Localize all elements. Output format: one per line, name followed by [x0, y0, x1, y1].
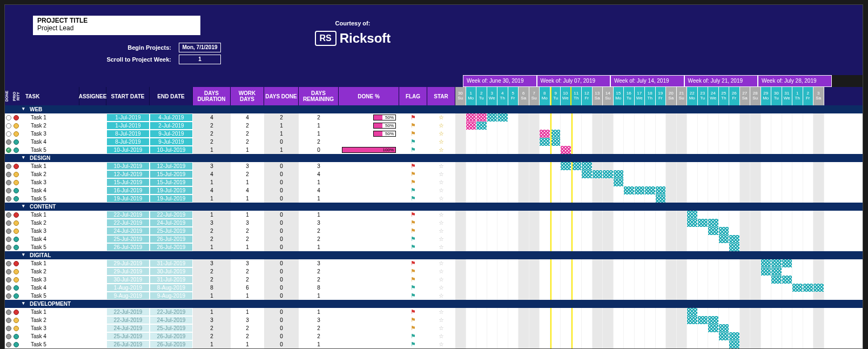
section-header[interactable]: DEVELOPMENT [5, 300, 863, 308]
task-name[interactable]: Task 5 [20, 292, 79, 300]
priority-indicator[interactable] [12, 227, 20, 235]
priority-indicator[interactable] [12, 178, 20, 186]
flag-cell[interactable]: ⚑ [399, 340, 427, 348]
end-date[interactable]: 26-Jul-2019 [150, 243, 193, 251]
priority-indicator[interactable] [12, 308, 20, 316]
priority-indicator[interactable] [12, 186, 20, 194]
done-pct-cell[interactable] [339, 284, 399, 292]
star-cell[interactable]: ☆ [427, 113, 455, 122]
flag-cell[interactable]: ⚑ [399, 284, 427, 292]
task-name[interactable]: Task 1 [20, 308, 79, 316]
done-indicator[interactable] [5, 227, 12, 235]
task-name[interactable]: Task 5 [20, 340, 79, 348]
end-date[interactable]: 9-Aug-2019 [150, 292, 193, 300]
start-date[interactable]: 8-Jul-2019 [106, 130, 150, 138]
task-row[interactable]: Task 122-Jul-201922-Jul-20191101⚑☆ [5, 308, 863, 316]
task-row[interactable]: Task 38-Jul-20199-Jul-2019221150%⚑☆ [5, 130, 863, 138]
flag-cell[interactable]: ⚑ [399, 267, 427, 276]
task-row[interactable]: Task 41-Aug-20198-Aug-20198608⚑☆ [5, 284, 863, 292]
priority-indicator[interactable] [12, 292, 20, 300]
done-indicator[interactable] [5, 122, 12, 130]
task-row[interactable]: Task 526-Jul-201926-Jul-20191101⚑☆ [5, 243, 863, 251]
flag-cell[interactable]: ⚑ [399, 219, 427, 227]
done-pct-cell[interactable] [339, 211, 399, 219]
assignee-cell[interactable] [79, 170, 106, 178]
start-date[interactable]: 12-Jul-2019 [106, 170, 150, 178]
task-row[interactable]: Task 229-Jul-201930-Jul-20192202⚑☆ [5, 267, 863, 276]
start-date[interactable]: 10-Jul-2019 [106, 146, 150, 154]
priority-indicator[interactable] [12, 235, 20, 243]
done-indicator[interactable] [5, 276, 12, 284]
start-date[interactable]: 1-Aug-2019 [106, 284, 150, 292]
task-row[interactable]: Task 510-Jul-201910-Jul-20191110100%⚑☆ [5, 146, 863, 154]
star-cell[interactable]: ☆ [427, 259, 455, 267]
done-pct-cell[interactable] [339, 186, 399, 194]
done-pct-cell[interactable] [339, 219, 399, 227]
task-row[interactable]: Task 11-Jul-20194-Jul-2019442250%⚑☆ [5, 113, 863, 122]
assignee-cell[interactable] [79, 267, 106, 276]
priority-indicator[interactable] [12, 276, 20, 284]
done-indicator[interactable] [5, 332, 12, 340]
end-date[interactable]: 24-Jul-2019 [150, 219, 193, 227]
start-date[interactable]: 16-Jul-2019 [106, 186, 150, 194]
end-date[interactable]: 8-Aug-2019 [150, 284, 193, 292]
assignee-cell[interactable] [79, 162, 106, 170]
flag-cell[interactable]: ⚑ [399, 324, 427, 332]
col-priority[interactable]: PRIO RITY [12, 87, 20, 105]
done-pct-cell[interactable] [339, 340, 399, 348]
done-pct-cell[interactable] [339, 308, 399, 316]
end-date[interactable]: 24-Jul-2019 [150, 316, 193, 324]
task-row[interactable]: Task 330-Jul-201931-Jul-20192202⚑☆ [5, 276, 863, 284]
section-header[interactable]: DESIGN [5, 154, 863, 162]
assignee-cell[interactable] [79, 211, 106, 219]
star-cell[interactable]: ☆ [427, 138, 455, 146]
task-name[interactable]: Task 3 [20, 324, 79, 332]
star-cell[interactable]: ☆ [427, 324, 455, 332]
col-assignee[interactable]: ASSIGNEE [79, 87, 106, 105]
project-title-box[interactable]: PROJECT TITLE Project Lead [33, 16, 200, 35]
done-indicator[interactable] [5, 235, 12, 243]
priority-indicator[interactable] [12, 130, 20, 138]
flag-cell[interactable]: ⚑ [399, 130, 427, 138]
task-row[interactable]: Task 425-Jul-201926-Jul-20192202⚑☆ [5, 332, 863, 340]
start-date[interactable]: 29-Jul-2019 [106, 267, 150, 276]
end-date[interactable]: 9-Jul-2019 [150, 130, 193, 138]
star-cell[interactable]: ☆ [427, 211, 455, 219]
end-date[interactable]: 26-Jul-2019 [150, 235, 193, 243]
end-date[interactable]: 4-Jul-2019 [150, 113, 193, 122]
done-pct-cell[interactable] [339, 235, 399, 243]
task-name[interactable]: Task 2 [20, 267, 79, 276]
flag-cell[interactable]: ⚑ [399, 186, 427, 194]
flag-cell[interactable]: ⚑ [399, 138, 427, 146]
task-row[interactable]: Task 122-Jul-201922-Jul-20191101⚑☆ [5, 211, 863, 219]
start-date[interactable]: 10-Jul-2019 [106, 162, 150, 170]
done-pct-cell[interactable]: 100% [339, 146, 399, 154]
section-header[interactable]: CONTENT [5, 203, 863, 211]
task-row[interactable]: Task 59-Aug-20199-Aug-20191101⚑☆ [5, 292, 863, 300]
col-end[interactable]: END DATE [150, 87, 193, 105]
assignee-cell[interactable] [79, 340, 106, 348]
done-indicator[interactable] [5, 194, 12, 203]
task-row[interactable]: Task 315-Jul-201915-Jul-20191101⚑☆ [5, 178, 863, 186]
priority-indicator[interactable] [12, 122, 20, 130]
star-cell[interactable]: ☆ [427, 162, 455, 170]
col-duration[interactable]: DAYS DURATION [193, 87, 231, 105]
task-name[interactable]: Task 4 [20, 235, 79, 243]
task-name[interactable]: Task 2 [20, 219, 79, 227]
priority-indicator[interactable] [12, 146, 20, 154]
assignee-cell[interactable] [79, 316, 106, 324]
priority-indicator[interactable] [12, 194, 20, 203]
done-indicator[interactable] [5, 138, 12, 146]
priority-indicator[interactable] [12, 170, 20, 178]
assignee-cell[interactable] [79, 186, 106, 194]
start-date[interactable]: 25-Jul-2019 [106, 332, 150, 340]
star-cell[interactable]: ☆ [427, 308, 455, 316]
task-row[interactable]: Task 212-Jul-201915-Jul-20194204⚑☆ [5, 170, 863, 178]
col-star[interactable]: STAR [427, 87, 455, 105]
star-cell[interactable]: ☆ [427, 235, 455, 243]
priority-indicator[interactable] [12, 332, 20, 340]
end-date[interactable]: 10-Jul-2019 [150, 146, 193, 154]
flag-cell[interactable]: ⚑ [399, 259, 427, 267]
start-date[interactable]: 26-Jul-2019 [106, 243, 150, 251]
assignee-cell[interactable] [79, 146, 106, 154]
